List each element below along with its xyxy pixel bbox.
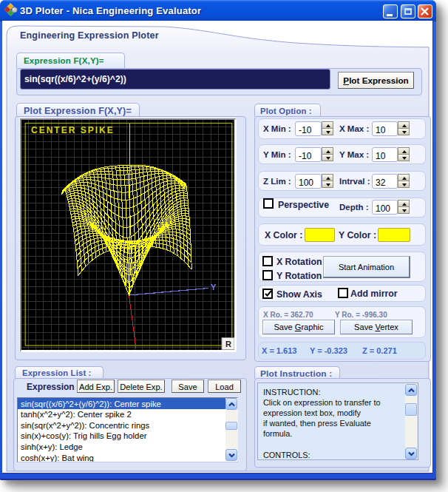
svg-text:CENTER SPIKE: CENTER SPIKE [31,125,115,135]
svg-text:R: R [225,340,231,348]
svg-text:Y: Y [211,283,217,292]
